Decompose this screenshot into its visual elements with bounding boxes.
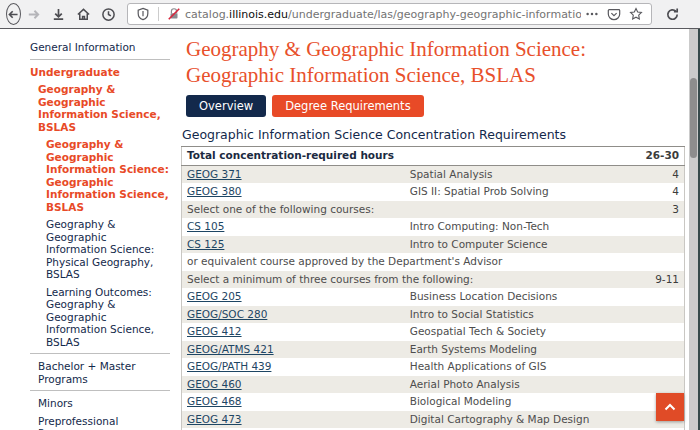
url-text: catalog.illinois.edu/undergraduate/las/g… xyxy=(185,8,581,21)
sidebar-item[interactable]: General Information xyxy=(30,38,170,56)
back-icon xyxy=(7,8,20,21)
sidebar-item[interactable]: Minors xyxy=(30,394,170,412)
course-code-cell: GEOG/PATH 439 xyxy=(182,358,405,376)
scroll-to-top-button[interactable] xyxy=(656,393,684,421)
hours-value xyxy=(628,236,685,254)
hours-value: 3 xyxy=(628,201,685,219)
vertical-scrollbar[interactable] xyxy=(689,29,700,430)
sidebar-divider xyxy=(30,353,170,354)
home-button[interactable] xyxy=(71,7,96,22)
browser-window: catalog.illinois.edu/undergraduate/las/g… xyxy=(0,0,700,430)
reload-button[interactable] xyxy=(660,7,685,22)
sidebar-item[interactable]: Preprofessional Programs xyxy=(30,412,170,430)
tab-overview[interactable]: Overview xyxy=(186,95,266,117)
course-link[interactable]: GEOG 412 xyxy=(187,325,242,337)
table-row: GEOG/ATMS 421Earth Systems Modeling xyxy=(182,341,685,359)
sidebar-divider xyxy=(30,59,170,60)
table-row: GEOG/SOC 280Intro to Social Statistics xyxy=(182,306,685,324)
history-button[interactable] xyxy=(96,7,121,22)
table-row: Total concentration-required hours26-30 xyxy=(182,147,685,166)
table-row: GEOG 380GIS II: Spatial Prob Solving4 xyxy=(182,183,685,201)
hours-value: 4 xyxy=(628,165,685,183)
forward-icon xyxy=(26,7,41,22)
bookmark-star-icon[interactable] xyxy=(629,7,643,21)
table-row: GEOG 473Digital Cartography & Map Design xyxy=(182,411,685,429)
course-title: Spatial Analysis xyxy=(405,165,628,183)
page-actions-icon[interactable] xyxy=(585,7,599,21)
course-title: Geospatial Tech & Society xyxy=(405,323,628,341)
tracking-shield-icon xyxy=(136,7,150,21)
total-label: Total concentration-required hours xyxy=(182,147,629,166)
select-label: Select a minimum of three courses from t… xyxy=(182,271,629,289)
table-row: Select a minimum of three courses from t… xyxy=(182,271,685,289)
url-path: /undergraduate/las/geography-geographic-… xyxy=(288,8,581,21)
course-code-cell: GEOG 371 xyxy=(182,165,405,183)
course-link[interactable]: GEOG 205 xyxy=(187,290,242,302)
hours-value xyxy=(628,358,685,376)
insecure-lock-icon xyxy=(167,7,181,21)
course-code-cell: GEOG 473 xyxy=(182,411,405,429)
course-link[interactable]: GEOG 468 xyxy=(187,395,242,407)
sidebar-item[interactable]: Geography & Geographic Information Scien… xyxy=(30,215,170,283)
page-title-line2: Geographic Information Science, BSLAS xyxy=(186,63,536,87)
course-title: Biological Modeling xyxy=(405,393,628,411)
table-row: GEOG 460Aerial Photo Analysis xyxy=(182,376,685,394)
url-bar[interactable]: catalog.illinois.edu/undergraduate/las/g… xyxy=(127,3,652,25)
forward-button[interactable] xyxy=(21,7,46,22)
table-row: GEOG/PATH 439Health Applications of GIS xyxy=(182,358,685,376)
catalog-sidebar-nav: General InformationUndergraduateGeograph… xyxy=(30,38,170,430)
course-link[interactable]: GEOG 460 xyxy=(187,378,242,390)
back-button[interactable] xyxy=(6,3,21,25)
history-icon xyxy=(101,7,116,22)
table-row: GEOG 468Biological Modeling xyxy=(182,393,685,411)
table-row: CS 125Intro to Computer Science xyxy=(182,236,685,254)
course-title: GIS II: Spatial Prob Solving xyxy=(405,183,628,201)
course-code-cell: CS 105 xyxy=(182,218,405,236)
pocket-icon[interactable] xyxy=(607,7,621,21)
hours-value xyxy=(628,341,685,359)
course-link[interactable]: CS 105 xyxy=(187,220,224,232)
hours-value xyxy=(628,376,685,394)
sidebar-item[interactable]: Learning Outcomes: Geography & Geographi… xyxy=(30,283,170,351)
select-label: Select one of the following courses: xyxy=(182,201,629,219)
course-title: Intro to Social Statistics xyxy=(405,306,628,324)
hours-value xyxy=(628,218,685,236)
tab-degree-requirements[interactable]: Degree Requirements xyxy=(272,95,423,117)
downloads-button[interactable] xyxy=(46,7,71,22)
course-link[interactable]: GEOG/ATMS 421 xyxy=(187,343,274,355)
course-link[interactable]: GEOG 380 xyxy=(187,185,242,197)
table-row: Select one of the following courses:3 xyxy=(182,201,685,219)
course-title: Earth Systems Modeling xyxy=(405,341,628,359)
home-icon xyxy=(76,7,91,22)
course-title: Aerial Photo Analysis xyxy=(405,376,628,394)
sidebar-item[interactable]: Undergraduate xyxy=(30,63,170,81)
course-link[interactable]: GEOG 473 xyxy=(187,413,242,425)
note-text: or equivalent course approved by the Dep… xyxy=(182,253,629,271)
sidebar-item[interactable]: Geography & Geographic Information Scien… xyxy=(30,80,170,135)
sidebar-item[interactable]: Bachelor + Master Programs xyxy=(30,357,170,387)
table-row: GEOG 205Business Location Decisions xyxy=(182,288,685,306)
url-bar-divider xyxy=(158,7,159,21)
hours-value: 4 xyxy=(628,183,685,201)
course-code-cell: GEOG 468 xyxy=(182,393,405,411)
course-link[interactable]: GEOG 371 xyxy=(187,168,242,180)
scrollbar-thumb[interactable] xyxy=(690,78,697,158)
page-title-line1: Geography & Geographic Information Scien… xyxy=(186,37,586,61)
course-code-cell: GEOG 380 xyxy=(182,183,405,201)
course-link[interactable]: GEOG/SOC 280 xyxy=(187,308,267,320)
url-domain: illinois.edu xyxy=(229,8,288,21)
app-menu-button[interactable] xyxy=(695,7,700,22)
course-title: Digital Cartography & Map Design xyxy=(405,411,628,429)
section-heading: Geographic Information Science Concentra… xyxy=(182,127,686,142)
catalog-page: General InformationUndergraduateGeograph… xyxy=(0,30,690,430)
requirements-table-body: Total concentration-required hours26-30G… xyxy=(182,147,685,430)
course-code-cell: GEOG/ATMS 421 xyxy=(182,341,405,359)
hours-value xyxy=(628,306,685,324)
table-row: CS 105Intro Computing: Non-Tech xyxy=(182,218,685,236)
course-link[interactable]: CS 125 xyxy=(187,238,224,250)
course-title: Intro to Computer Science xyxy=(405,236,628,254)
reload-icon xyxy=(665,7,680,22)
course-title: Health Applications of GIS xyxy=(405,358,628,376)
course-link[interactable]: GEOG/PATH 439 xyxy=(187,360,271,372)
sidebar-item[interactable]: Geography & Geographic Information Scien… xyxy=(30,135,170,215)
